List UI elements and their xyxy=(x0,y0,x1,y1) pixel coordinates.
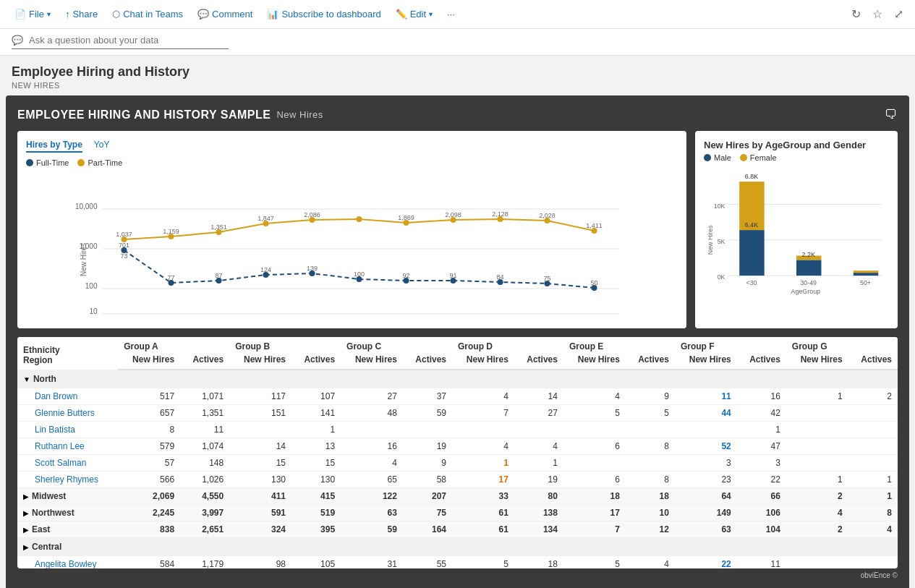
svg-text:AgeGroup: AgeGroup xyxy=(791,288,820,295)
svg-text:30-49: 30-49 xyxy=(800,279,817,286)
cell: 16 xyxy=(341,438,403,455)
cell: 2 xyxy=(786,488,848,505)
col-group-b-header: Group B xyxy=(229,337,341,353)
subscribe-icon: 📊 xyxy=(267,9,278,20)
cell: 4 xyxy=(452,438,514,455)
charts-row: Hires by Type YoY Full-Time Part-Time 10… xyxy=(17,131,898,328)
svg-point-49 xyxy=(451,217,456,223)
cell: 75 xyxy=(403,505,452,521)
cell: 1 xyxy=(786,388,848,405)
svg-point-40 xyxy=(545,281,550,286)
cell: 52 xyxy=(675,438,737,455)
favorite-button[interactable]: ☆ xyxy=(869,4,885,24)
cell: 12 xyxy=(626,521,675,538)
fullscreen-button[interactable]: ⤢ xyxy=(891,4,906,24)
cell: 1 xyxy=(848,488,898,505)
more-button[interactable]: ··· xyxy=(441,6,461,22)
bar-50plus-male xyxy=(854,273,878,276)
person-name: Lin Batista xyxy=(35,425,75,435)
svg-text:Jul: Jul xyxy=(401,317,411,318)
sub-d-actives: Actives xyxy=(514,353,563,370)
share-icon: ↑ xyxy=(65,9,70,20)
cell: 61 xyxy=(452,505,514,521)
cell: 141 xyxy=(291,405,341,422)
svg-point-46 xyxy=(310,217,315,223)
col-group-f-header: Group F xyxy=(675,337,786,353)
person-name: Glennie Butters xyxy=(35,408,95,418)
cell: 138 xyxy=(514,505,563,521)
tab-yoy[interactable]: YoY xyxy=(94,140,110,153)
comment-button[interactable]: 💬 Comment xyxy=(192,6,258,22)
page-subtitle: NEW HIRES xyxy=(12,81,903,90)
cell: 122 xyxy=(341,488,403,505)
svg-text:10,000: 10,000 xyxy=(75,203,98,210)
file-button[interactable]: 📄 File ▾ xyxy=(9,6,56,22)
cell: 55 xyxy=(403,556,452,569)
cell xyxy=(848,455,898,472)
expand-button[interactable]: ▼ xyxy=(23,375,30,383)
sub-g-newhires: New Hires xyxy=(786,353,848,370)
cell: 148 xyxy=(180,455,229,472)
table-row: Glennie Butters6571,35115114148597275544… xyxy=(17,405,898,422)
svg-text:Apr: Apr xyxy=(260,317,272,318)
tab-hires-by-type[interactable]: Hires by Type xyxy=(26,140,82,153)
cell: 18 xyxy=(626,488,675,505)
expand-button[interactable]: ▶ xyxy=(23,526,29,534)
edit-button[interactable]: ✏️ Edit ▾ xyxy=(390,6,438,22)
expand-button[interactable]: ▶ xyxy=(23,543,29,551)
cell: 579 xyxy=(118,438,180,455)
ask-input[interactable] xyxy=(29,35,217,46)
legend-parttime: Part-Time xyxy=(77,158,122,167)
cell: 17 xyxy=(563,505,626,521)
svg-point-36 xyxy=(357,276,362,282)
svg-text:100: 100 xyxy=(85,282,98,290)
chat-button[interactable]: ⬡ Chat in Teams xyxy=(106,6,189,22)
page-title: Employee Hiring and History xyxy=(12,64,903,80)
cell: 657 xyxy=(118,405,180,422)
cell: 10 xyxy=(626,505,675,521)
cell: 14 xyxy=(229,438,291,455)
cell: 19 xyxy=(514,472,563,488)
table-row: ▶East8382,65132439559164611347126310424 xyxy=(17,521,898,538)
cell: 4,550 xyxy=(180,488,229,505)
svg-text:Feb: Feb xyxy=(165,317,178,318)
table-row: Lin Batista81111 xyxy=(17,422,898,438)
region-name: Central xyxy=(32,542,61,552)
bar-under30-male xyxy=(739,230,764,276)
dashboard-comment-button[interactable]: 🗨 xyxy=(885,107,898,122)
cell: 4 xyxy=(514,438,563,455)
cell xyxy=(626,422,675,438)
svg-point-38 xyxy=(451,278,456,284)
svg-point-39 xyxy=(498,279,503,285)
svg-point-48 xyxy=(404,220,409,226)
person-name: Angelita Bowley xyxy=(35,559,96,568)
svg-text:Nov: Nov xyxy=(588,317,601,318)
cell: 5 xyxy=(563,405,626,422)
share-button[interactable]: ↑ Share xyxy=(59,6,103,22)
cell: 2,069 xyxy=(118,488,180,505)
cell: 22 xyxy=(737,472,786,488)
sub-a-actives: Actives xyxy=(180,353,229,370)
svg-point-37 xyxy=(404,278,409,284)
cell: 65 xyxy=(341,472,403,488)
cell xyxy=(452,422,514,438)
svg-point-44 xyxy=(216,229,222,235)
chart-tabs: Hires by Type YoY xyxy=(26,140,678,153)
subscribe-button[interactable]: 📊 Subscribe to dashboard xyxy=(261,6,386,22)
cell: 151 xyxy=(229,405,291,422)
svg-point-43 xyxy=(169,234,174,239)
svg-point-35 xyxy=(310,270,315,276)
cell: 591 xyxy=(229,505,291,521)
cell: 63 xyxy=(341,505,403,521)
legend-female: Female xyxy=(740,153,777,162)
table-row: Sherley Rhymes5661,026130130655817196823… xyxy=(17,472,898,488)
male-dot xyxy=(704,154,711,161)
table-row: Ruthann Lee5791,0741413161944685247 xyxy=(17,438,898,455)
cell: 3 xyxy=(675,455,737,472)
svg-point-45 xyxy=(263,221,269,226)
expand-button[interactable]: ▶ xyxy=(23,493,29,500)
cell: 107 xyxy=(291,388,341,405)
refresh-button[interactable]: ↻ xyxy=(848,4,864,24)
cell: 6 xyxy=(563,472,626,488)
expand-button[interactable]: ▶ xyxy=(23,509,29,517)
